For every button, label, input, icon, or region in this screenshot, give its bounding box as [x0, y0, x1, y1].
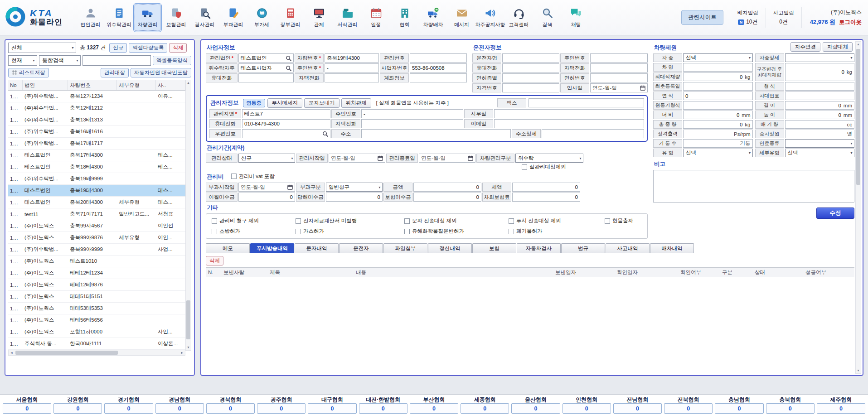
manage-status-select[interactable]: 신규▼ [238, 154, 295, 163]
next-premium-input[interactable]: 0 [512, 193, 580, 202]
related-sites-button[interactable]: 관련사이트 [681, 10, 723, 25]
engine-model-input[interactable] [683, 101, 753, 110]
model-year-input[interactable]: 0 [683, 92, 753, 100]
calendar-icon[interactable] [287, 184, 293, 190]
period-select[interactable]: 현재▼ [8, 55, 37, 66]
toolbar-item-headset[interactable]: 고객센터 [504, 3, 533, 32]
etc-checkbox[interactable]: 문자 전송대상 제외 [404, 217, 509, 224]
scroll-down-icon[interactable]: ▼ [186, 345, 191, 350]
fuel-type-select[interactable]: ▼ [785, 139, 855, 148]
exclude-managed-checkbox[interactable]: 실관리대상제외 [522, 164, 566, 170]
toolbar-item-folder[interactable]: 서식관리 [333, 3, 362, 32]
toolbar-item-megaphone[interactable]: 차주공지사항 [476, 3, 504, 32]
fax-input[interactable] [529, 98, 644, 107]
column-header[interactable]: 차량번호 [68, 80, 117, 90]
excel-form-button[interactable]: 엑셀등록양식 [153, 56, 191, 65]
list-item[interactable]: 1309(주)위수탁법...충북16배1616 [8, 126, 185, 138]
vehicle-manage-type-select[interactable]: 위수탁▼ [515, 154, 583, 163]
consign-owner-search-input[interactable]: 테스트사업자 [238, 63, 294, 72]
list-item[interactable]: 1323(주)이노웍스테테51테5151 [8, 291, 185, 303]
vertical-scrollbar[interactable]: ▲ ▼ [855, 41, 861, 374]
owner-resident-no-input[interactable]: - [325, 63, 379, 72]
search-icon[interactable] [286, 55, 291, 61]
toolbar-item-calendar[interactable]: 일정 [362, 3, 390, 32]
toolbar-item-vat-coin[interactable]: ₩부가세 [247, 3, 276, 32]
toolbar-item-building[interactable]: 협회 [390, 3, 419, 32]
account-info-input[interactable] [410, 73, 467, 82]
list-item[interactable]: 1313(주)위수탁법...충북19배9999 [8, 173, 185, 185]
manager-resident-no-input[interactable]: - [361, 109, 463, 118]
toolbar-item-truck[interactable]: 차량관리 [133, 3, 162, 32]
displacement-input[interactable]: cc [785, 120, 855, 129]
column-header[interactable]: 내용 [354, 269, 553, 276]
business-no-input[interactable]: 553-86-00508 [410, 63, 467, 72]
address-input[interactable] [361, 129, 511, 138]
memo-textarea[interactable] [653, 170, 854, 203]
tax-amount-input[interactable]: 0 [512, 183, 580, 192]
scroll-left-icon[interactable]: ◄ [9, 350, 15, 355]
amount-input[interactable]: 0 [413, 183, 481, 192]
license-class-input[interactable] [502, 73, 559, 82]
calendar-icon[interactable] [378, 155, 383, 161]
length-input[interactable]: 0mm [785, 101, 855, 110]
list-item[interactable]: 1311테스트법인충북17테4300테스... [8, 150, 185, 161]
gross-weight-input[interactable]: 0kg [683, 120, 753, 129]
office-phone-input[interactable] [494, 109, 644, 118]
etc-checkbox[interactable]: 소방허가 [212, 228, 296, 235]
address-detail-input[interactable] [542, 129, 644, 138]
vehicle-replace-button[interactable]: 차량대체 [823, 42, 853, 52]
height-input[interactable]: 0mm [785, 111, 855, 119]
vehicle-no-input[interactable]: 충북19테4300 [325, 53, 379, 63]
capacity-input[interactable]: 명 [785, 130, 855, 138]
delete-button[interactable]: 삭제 [169, 43, 187, 53]
etc-checkbox[interactable]: 관리비 청구 제외 [212, 217, 296, 224]
tab-item[interactable]: 배차내역 [650, 243, 694, 253]
list-item[interactable]: 1316test11충북71아7171일반카고드...서청표 [8, 208, 185, 220]
column-header[interactable]: 상태 [752, 269, 803, 276]
scroll-up-icon[interactable]: ▲ [856, 42, 861, 47]
toolbar-item-doc[interactable]: 위수탁관리 [105, 3, 133, 32]
search-type-select[interactable]: 통합검색▼ [39, 55, 81, 66]
current-receivable-input[interactable]: 0 [326, 193, 383, 202]
list-item[interactable]: 1326(주)이노웍스포항11하0000사업... [8, 326, 185, 338]
column-header[interactable]: No [8, 80, 23, 90]
rated-power-input[interactable]: Ps/rpm [683, 130, 753, 138]
list-item[interactable]: 1315테스트법인충북20테4300세부유형테스... [8, 197, 185, 208]
license-no-input[interactable] [590, 73, 648, 82]
tab-item[interactable]: 운전자 [339, 243, 383, 253]
manager-mobile-input[interactable]: 010-8479-4300 [242, 119, 330, 128]
message-delete-button[interactable]: 삭제 [206, 256, 223, 265]
send-sms-button[interactable]: 문자보내기 [304, 98, 339, 108]
list-search-input[interactable] [82, 55, 151, 66]
toolbar-item-envelope[interactable]: 메시지 [447, 3, 476, 32]
list-item[interactable]: 1318(주)이노웍스충북99아9876세부유형이인... [8, 232, 185, 244]
driver-mobile-input[interactable] [502, 63, 559, 72]
list-item[interactable]: 1312테스트법인충북18테4300테스... [8, 161, 185, 173]
list-item[interactable]: 1320(주)이노웍스테스트1010 [8, 256, 185, 267]
new-button[interactable]: 신규 [109, 43, 127, 53]
tab-item[interactable]: 법규 [561, 243, 605, 253]
etc-checkbox[interactable]: 폐기물허가 [509, 228, 605, 235]
driver-home-phone-input[interactable] [590, 63, 648, 72]
column-header[interactable]: 성공여부 [803, 269, 854, 276]
list-item[interactable]: 1317(주)이노웍스충북99사4567이인섭 [8, 220, 185, 232]
hire-date-input[interactable]: 연도-월-일 [590, 83, 648, 92]
column-header[interactable]: 보낸일자 [553, 269, 615, 276]
list-item[interactable]: 1324(주)이노웍스테테53테5353 [8, 303, 185, 314]
column-header[interactable]: 세부유형 [117, 80, 156, 90]
tab-active[interactable]: 푸시발송내역 [250, 243, 294, 253]
toolbar-item-calculator[interactable]: 장부관리 [276, 3, 305, 32]
list-save-button[interactable]: 리스트저장 [8, 68, 49, 77]
dispatch-alert[interactable]: 배차알림N10건 [730, 8, 766, 28]
excel-bulk-button[interactable]: 엑셀다량등록 [129, 43, 167, 53]
manager-home-phone-input[interactable] [361, 119, 463, 128]
car-type-detail-select[interactable]: ▼ [785, 53, 855, 62]
column-header[interactable]: 확인일자 [615, 269, 678, 276]
list-item[interactable]: 1308(주)위수탁법...충북13태1313 [8, 114, 185, 126]
tab-item[interactable]: 정산내역 [428, 243, 472, 253]
scroll-right-icon[interactable]: ► [179, 350, 185, 355]
list-item[interactable]: 1327주식회사 동...한국00바1111이상돈... [8, 338, 185, 350]
toolbar-item-truck-dispatch[interactable]: 차량배차 [419, 3, 447, 32]
toolbar-item-doc-search[interactable]: 검사관리 [190, 3, 219, 32]
etc-checkbox[interactable]: 현물출자 [605, 217, 642, 224]
